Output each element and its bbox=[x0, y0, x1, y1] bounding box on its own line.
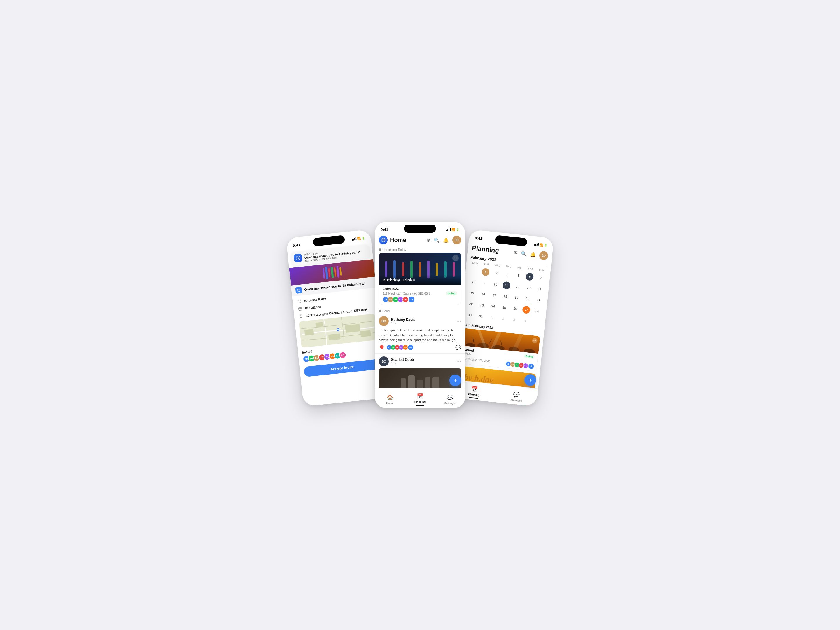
notif-app-icon bbox=[294, 253, 302, 262]
pe-att-more-1: +2 bbox=[528, 363, 534, 369]
event-1-more-icon: ⋯ bbox=[533, 339, 536, 342]
cal-cell-13[interactable]: 13 bbox=[523, 282, 535, 294]
attendee-more: +2 bbox=[409, 297, 414, 302]
time-right: 9:41 bbox=[475, 236, 482, 241]
battery-icon-c: 🔋 bbox=[456, 228, 459, 231]
comment-icon-1[interactable]: 💬 bbox=[455, 345, 461, 350]
messages-icon-r: 💬 bbox=[513, 391, 520, 398]
nav-planning-label-r: Planning bbox=[468, 393, 480, 397]
react-icon-1[interactable]: 🎈 bbox=[379, 345, 385, 350]
cal-cell-5[interactable]: 5 bbox=[513, 270, 525, 281]
user-avatar-p[interactable]: JD bbox=[539, 251, 549, 261]
post-meta-1: Bethany Davis 1 hr bbox=[391, 317, 415, 325]
react-av-5: MN bbox=[403, 345, 408, 350]
cal-cell-20[interactable]: 20 bbox=[521, 293, 534, 305]
cal-cell-24[interactable]: 24 bbox=[487, 300, 499, 313]
cal-cell-4[interactable]: 4 bbox=[502, 268, 514, 280]
nav-planning[interactable]: 📅 Planning bbox=[405, 391, 435, 406]
cal-cell-next-3: 3 bbox=[508, 314, 520, 326]
center-bottom-nav: 🏠 Home 📅 Planning 💬 Messages bbox=[375, 388, 465, 408]
cal-cell-10[interactable]: 10 bbox=[489, 278, 501, 290]
feed-label: Feed bbox=[375, 308, 465, 313]
post-reactions-1: 🎈 JD SM TC KL MN +1 💬 bbox=[379, 345, 461, 350]
cal-cell-17[interactable]: 17 bbox=[488, 289, 500, 301]
bell-icon-p[interactable]: 🔔 bbox=[530, 251, 536, 257]
nav-home-label: Home bbox=[386, 402, 393, 404]
planning-icon-r: 📅 bbox=[471, 385, 478, 393]
cal-cell-16[interactable]: 16 bbox=[477, 288, 489, 300]
calendar-body: 2 3 4 5 6 7 8 9 10 11 12 13 14 bbox=[464, 265, 547, 328]
event-map bbox=[299, 314, 378, 348]
signal-icon-c bbox=[446, 228, 451, 231]
cal-cell-8[interactable]: 8 bbox=[467, 276, 480, 288]
event-name-icon bbox=[296, 298, 302, 304]
post-avatar-1: BD bbox=[379, 316, 389, 326]
attendee-5: TC bbox=[403, 297, 408, 302]
day-thu: THU bbox=[503, 265, 514, 268]
cal-cell-22[interactable]: 22 bbox=[465, 298, 477, 310]
cal-cell-15[interactable]: 15 bbox=[466, 287, 478, 299]
cal-cell-9[interactable]: 9 bbox=[478, 277, 490, 289]
upcoming-dot bbox=[379, 248, 381, 251]
user-avatar[interactable]: JD bbox=[452, 236, 461, 245]
add-icon-p[interactable]: ⊕ bbox=[513, 249, 518, 256]
cal-cell-25[interactable]: 25 bbox=[498, 302, 510, 314]
calendar-next[interactable]: › bbox=[546, 263, 548, 267]
planning-title: Planning bbox=[472, 245, 512, 256]
cal-cell-next-1: 1 bbox=[486, 311, 498, 324]
cal-cell-14[interactable]: 14 bbox=[534, 283, 546, 295]
cal-cell-28[interactable]: 28 bbox=[531, 305, 543, 317]
cal-cell-31[interactable]: 31 bbox=[475, 310, 487, 322]
accept-invite-button[interactable]: Accept Invite bbox=[304, 359, 381, 377]
svg-rect-6 bbox=[305, 329, 314, 336]
post-menu-2[interactable]: ⋯ bbox=[456, 358, 461, 364]
cal-cell-6[interactable]: 6 bbox=[524, 271, 536, 283]
post-menu-1[interactable]: ⋯ bbox=[456, 319, 461, 324]
cal-cell-27[interactable]: 27 bbox=[520, 304, 532, 316]
cal-cell-7[interactable]: 7 bbox=[535, 272, 547, 284]
pe-addr-1: Stevenage SG1 2AX bbox=[463, 357, 490, 363]
add-icon[interactable]: ⊕ bbox=[426, 237, 430, 243]
pe-attendees-1: JD BD SM TC KL +2 bbox=[505, 361, 534, 369]
cal-cell-21[interactable]: 21 bbox=[532, 294, 545, 306]
cal-cell-19[interactable]: 19 bbox=[510, 292, 523, 304]
svg-rect-3 bbox=[298, 308, 302, 310]
battery-icon-r: 🔋 bbox=[544, 243, 548, 247]
nav-home[interactable]: 🏠 Home bbox=[375, 392, 405, 404]
event-image: Birthday Drinks ⋯ bbox=[379, 253, 461, 285]
time-center: 9:41 bbox=[381, 227, 388, 232]
svg-rect-8 bbox=[328, 333, 341, 340]
event-date-text: 01/03/2023 bbox=[305, 305, 321, 310]
event-more-icon: ⋯ bbox=[453, 256, 458, 261]
fab-button[interactable]: + bbox=[450, 374, 461, 386]
cal-cell-2[interactable]: 2 bbox=[480, 266, 491, 278]
center-title: Home bbox=[390, 237, 424, 243]
nav-messages[interactable]: 💬 Messages bbox=[435, 392, 465, 404]
cal-cell-11[interactable]: 11 bbox=[501, 279, 512, 291]
status-icons-right: 📶 🔋 bbox=[534, 242, 548, 247]
cal-cell-30[interactable]: 30 bbox=[464, 309, 476, 321]
nav-messages-r[interactable]: 💬 Messages bbox=[495, 387, 538, 404]
event-date-icon bbox=[297, 306, 303, 312]
cal-cell-12[interactable]: 12 bbox=[512, 281, 524, 292]
cal-cell-3[interactable]: 3 bbox=[491, 267, 502, 279]
react-more-1: +1 bbox=[408, 345, 413, 350]
nav-messages-label: Messages bbox=[444, 402, 456, 404]
scene: 9:41 📶 🔋 RECOSIA Owen has invited you t bbox=[289, 210, 551, 420]
svg-rect-10 bbox=[360, 330, 371, 337]
planning-icon: 📅 bbox=[417, 393, 423, 399]
search-icon-p[interactable]: 🔍 bbox=[521, 251, 527, 257]
messages-icon: 💬 bbox=[447, 394, 453, 401]
post-text-1: Feeling grateful for all the wonderful p… bbox=[379, 328, 461, 343]
cal-cell-18[interactable]: 18 bbox=[499, 291, 511, 302]
event-card[interactable]: Birthday Drinks ⋯ 02/04/2023 119 Newingt… bbox=[379, 253, 461, 305]
cal-cell-23[interactable]: 23 bbox=[476, 299, 488, 311]
search-icon[interactable]: 🔍 bbox=[434, 237, 439, 243]
cal-cell-empty1 bbox=[469, 265, 481, 277]
bell-icon[interactable]: 🔔 bbox=[443, 237, 449, 243]
event-details: 02/04/2023 119 Newington Causeway, SE1 6… bbox=[379, 285, 461, 305]
post-time-2: 1 hr bbox=[391, 362, 414, 365]
cal-cell-26[interactable]: 26 bbox=[509, 303, 521, 315]
event-more-button[interactable]: ⋯ bbox=[452, 255, 459, 261]
nav-messages-label-r: Messages bbox=[509, 398, 522, 402]
